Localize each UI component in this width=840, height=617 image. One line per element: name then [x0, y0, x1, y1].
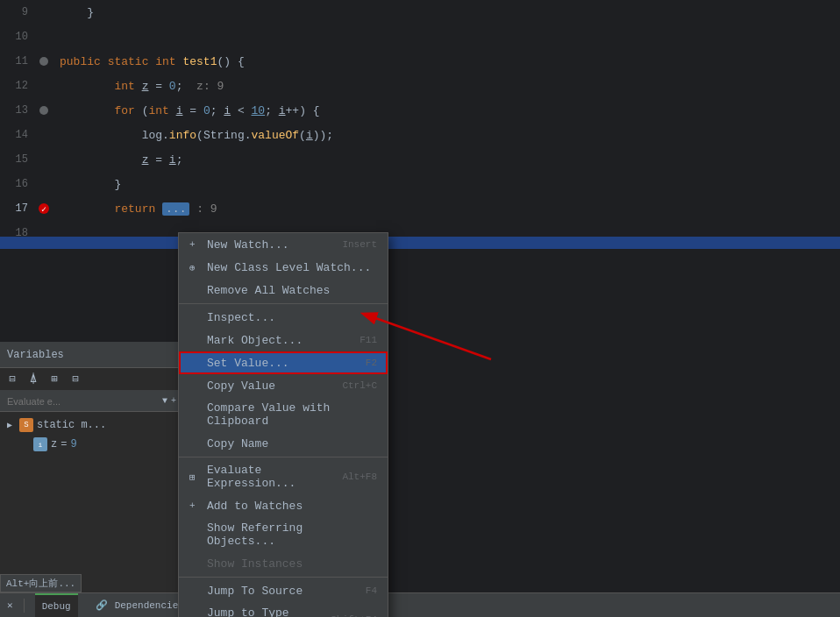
menu-label: Copy Name	[207, 437, 268, 450]
menu-icon-eval: ⊞	[189, 472, 207, 483]
close-btn[interactable]: ✕	[7, 599, 13, 611]
menu-label: Add to Watches	[207, 500, 303, 513]
line-number: 12	[0, 80, 35, 92]
menu-item-set-value[interactable]: Set Value... F2	[179, 351, 388, 374]
menu-label: Evaluate Expression...	[207, 464, 342, 490]
menu-item-remove-all[interactable]: Remove All Watches	[179, 279, 388, 301]
collapse-btn[interactable]: ⊟	[67, 371, 84, 388]
add-watch-icon[interactable]: +	[171, 396, 176, 406]
code-line-11: 11 public static int test1() {	[0, 49, 840, 74]
debug-tab-label: Debug	[42, 601, 71, 612]
menu-item-mark-object[interactable]: Mark Object... F11	[179, 329, 388, 351]
shortcut-f4: F4	[366, 585, 377, 596]
divider	[24, 599, 25, 613]
menu-item-show-instances: Show Instances	[179, 552, 388, 575]
menu-item-new-watch[interactable]: + New Watch... Insert	[179, 233, 388, 256]
code-text: for (int i = 0; i < 10; i++) {	[53, 104, 840, 117]
tooltip-label: Alt+向上前...	[0, 574, 82, 592]
menu-item-inspect[interactable]: Inspect...	[179, 306, 388, 329]
code-text: int z = 0; z: 9	[53, 80, 840, 93]
menu-icon-add: +	[189, 500, 207, 511]
code-text: }	[53, 178, 840, 191]
shortcut-f11: F11	[359, 335, 377, 345]
menu-label: Compare Value with Clipboard	[207, 401, 377, 428]
code-line-9: 9 }	[0, 0, 840, 25]
code-text: return ... : 9	[53, 202, 840, 216]
menu-label: Show Instances	[207, 557, 303, 571]
line-number: 18	[0, 227, 35, 239]
var-name: z	[51, 438, 57, 450]
debug-tab[interactable]: Debug	[35, 593, 78, 617]
menu-label: Jump To Source	[207, 585, 303, 598]
code-line-12: 12 int z = 0; z: 9	[0, 74, 840, 98]
menu-icon-plus: +	[189, 239, 207, 250]
menu-label: Remove All Watches	[207, 284, 330, 297]
var-value: 9	[70, 438, 76, 450]
code-line-16: 16 }	[0, 172, 840, 196]
code-text: log.info(String.valueOf(i));	[53, 129, 840, 142]
menu-item-show-referring[interactable]: Show Referring Objects...	[179, 517, 388, 552]
dependencies-tab[interactable]: 🔗 Dependencies	[89, 593, 191, 617]
menu-label: New Class Level Watch...	[207, 261, 371, 274]
code-line-13: 13 for (int i = 0; i < 10; i++) {	[0, 98, 840, 123]
var-item-z[interactable]: i z = 9	[0, 435, 183, 454]
context-menu: + New Watch... Insert ⊕ New Class Level …	[178, 232, 388, 617]
dependencies-tab-label: Dependencies	[115, 600, 184, 611]
line-number: 15	[0, 153, 35, 166]
menu-item-jump-type-source[interactable]: Jump to Type Source Shift+F4	[179, 602, 388, 617]
menu-item-class-watch[interactable]: ⊕ New Class Level Watch...	[179, 256, 388, 279]
menu-item-compare-clipboard[interactable]: Compare Value with Clipboard	[179, 397, 388, 432]
shortcut-alt-f8: Alt+F8	[342, 472, 377, 482]
menu-item-evaluate-expr[interactable]: ⊞ Evaluate Expression... Alt+F8	[179, 459, 388, 494]
svg-point-1	[39, 106, 48, 115]
separator-3	[179, 577, 388, 578]
evaluate-input[interactable]	[7, 396, 159, 407]
variables-title: Variables	[7, 349, 64, 361]
menu-label: Set Value...	[207, 357, 289, 370]
expand-arrow: ▶	[7, 420, 19, 430]
svg-text:✓: ✓	[41, 205, 46, 215]
menu-item-jump-source[interactable]: Jump To Source F4	[179, 579, 388, 602]
var-equals: =	[61, 438, 67, 450]
line-number: 14	[0, 129, 35, 141]
expand-icon[interactable]: ▼	[162, 396, 167, 406]
code-line-17: 17 ✓ return ... : 9	[0, 196, 840, 221]
dependencies-icon: 🔗	[96, 599, 108, 611]
svg-point-0	[39, 57, 48, 66]
code-line-14: 14 log.info(String.valueOf(i));	[0, 123, 840, 147]
filter-btn[interactable]: ⊟	[4, 371, 21, 388]
variables-toolbar: ⊟ ⍋ ⊞ ⊟	[0, 368, 183, 391]
menu-label: Copy Value	[207, 379, 275, 393]
menu-item-add-watches[interactable]: + Add to Watches	[179, 494, 388, 517]
variable-tree: ▶ S static m... i z = 9	[0, 412, 183, 457]
code-line-18: 18	[0, 221, 840, 245]
shortcut-f2: F2	[366, 358, 377, 368]
menu-label: Inspect...	[207, 311, 275, 324]
var-name: static m...	[37, 419, 106, 431]
menu-label: New Watch...	[207, 238, 289, 252]
expand-btn[interactable]: ⊞	[46, 371, 63, 388]
line-number: 11	[0, 55, 35, 67]
gutter-breakpoint: ✓	[35, 202, 53, 215]
sort-btn[interactable]: ⍋	[25, 371, 42, 388]
variables-header: Variables	[0, 342, 183, 368]
var-type-icon: i	[33, 437, 47, 451]
var-type-icon: S	[19, 418, 33, 432]
menu-icon-class: ⊕	[189, 262, 207, 273]
menu-label: Jump to Type Source	[207, 606, 331, 617]
code-line-15: 15 z = i;	[0, 147, 840, 172]
shortcut-insert: Insert	[342, 239, 377, 250]
menu-item-copy-value[interactable]: Copy Value Ctrl+C	[179, 374, 388, 397]
var-item-static[interactable]: ▶ S static m...	[0, 415, 183, 435]
code-text: public static int test1() {	[53, 55, 840, 68]
status-bar: Alt+向上前... ✕ Debug 🔗 Dependencies Te...	[0, 592, 840, 617]
gutter	[35, 105, 53, 116]
menu-item-copy-name[interactable]: Copy Name	[179, 432, 388, 455]
separator-2	[179, 457, 388, 457]
code-line-10: 10	[0, 25, 840, 49]
gutter	[35, 56, 53, 67]
line-number: 16	[0, 178, 35, 190]
line-number: 17	[0, 202, 35, 215]
line-number: 9	[0, 6, 35, 18]
code-text: }	[53, 6, 840, 19]
